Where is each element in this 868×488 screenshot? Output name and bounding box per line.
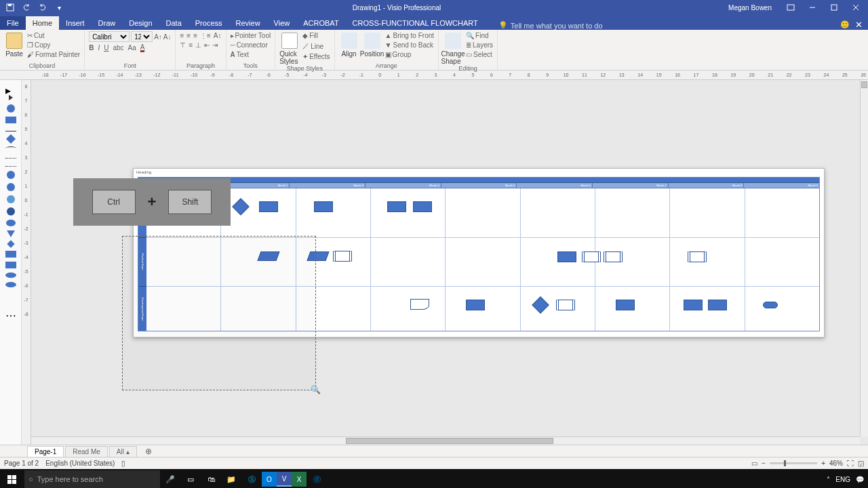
paste-button[interactable]: Paste	[4, 31, 24, 58]
zoom-level[interactable]: 46%	[829, 460, 843, 467]
shape-ellipse2-icon[interactable]	[5, 282, 16, 287]
send-to-back-button[interactable]: ▼ Send to Back	[385, 41, 435, 49]
pointer-tool-button[interactable]: ▸ Pointer Tool	[231, 31, 271, 40]
align-top-icon[interactable]: ⊤	[180, 41, 186, 49]
page-tab-1[interactable]: Page-1	[27, 446, 64, 457]
scrollbar-vertical[interactable]	[860, 80, 868, 436]
fill-button[interactable]: ◆ Fill	[302, 31, 330, 40]
macro-record-icon[interactable]: ▯	[121, 460, 125, 467]
shape-rect-icon[interactable]	[5, 117, 16, 123]
shape-document[interactable]	[410, 299, 429, 310]
increase-font-icon[interactable]: A↑	[154, 31, 162, 42]
bring-to-front-button[interactable]: ▲ Bring to Front	[385, 31, 435, 40]
select-button[interactable]: ▭ Select	[466, 50, 493, 59]
shape-circle3-icon[interactable]	[7, 183, 15, 191]
file-explorer-icon[interactable]: 📁	[221, 469, 241, 488]
shape-process[interactable]	[466, 300, 485, 310]
position-button[interactable]: Position	[362, 31, 382, 58]
tab-review[interactable]: Review	[229, 16, 267, 30]
outlook-icon[interactable]: O	[262, 472, 277, 487]
canvas[interactable]: Heading Title Month 1Month 2Month 3Month…	[31, 80, 868, 445]
strike-button[interactable]: abc	[113, 43, 123, 53]
visio-icon[interactable]: V	[277, 472, 292, 487]
status-language[interactable]: English (United States)	[45, 460, 115, 467]
month-header[interactable]: Month 7	[593, 183, 669, 188]
shape-decision[interactable]	[532, 297, 549, 314]
connector-tool-button[interactable]: ─ Connector	[231, 41, 268, 49]
shape-process[interactable]	[557, 251, 576, 262]
taskbar-search[interactable]: ○ Type here to search	[24, 470, 160, 488]
change-shape-button[interactable]: Change Shape	[443, 31, 463, 65]
line-button[interactable]: ／ Line	[302, 41, 330, 52]
align-right-icon[interactable]: ≡	[193, 31, 197, 40]
shape-end[interactable]	[763, 302, 778, 308]
save-icon[interactable]	[4, 1, 16, 14]
minimize-button[interactable]	[803, 0, 822, 15]
month-header[interactable]: Month 4	[366, 183, 441, 188]
zoom-in-button[interactable]: +	[821, 460, 825, 467]
excel-icon[interactable]: X	[292, 472, 307, 487]
tray-expand-icon[interactable]: ˄	[827, 476, 830, 483]
shape-circle2-icon[interactable]	[7, 171, 15, 179]
shape-process[interactable]	[616, 300, 635, 310]
start-button[interactable]	[0, 469, 23, 488]
shape-curve-icon[interactable]	[5, 146, 16, 150]
shape-circle4-icon[interactable]	[7, 195, 15, 203]
underline-button[interactable]: U	[104, 43, 108, 53]
scrollbar-horizontal[interactable]	[31, 436, 860, 445]
shape-rect2-icon[interactable]	[5, 251, 16, 258]
shape-diamond2-icon[interactable]	[7, 240, 14, 247]
tab-view[interactable]: View	[267, 16, 297, 30]
text-case-button[interactable]: Aa	[128, 43, 136, 53]
fit-page-icon[interactable]: ⛶	[847, 460, 854, 467]
redo-icon[interactable]	[37, 1, 49, 14]
month-header[interactable]: Month 5	[441, 183, 517, 188]
zoom-slider[interactable]	[770, 462, 817, 464]
shape-process[interactable]	[314, 201, 333, 212]
shape-predefined[interactable]	[556, 300, 575, 310]
tab-draw[interactable]: Draw	[92, 16, 123, 30]
shape-line-icon[interactable]	[5, 131, 16, 131]
font-name-select[interactable]: Calibri	[89, 31, 130, 42]
edge-icon[interactable]: ⓔ	[307, 469, 327, 488]
page-tab-readme[interactable]: Read Me	[65, 446, 108, 457]
close-pane-icon[interactable]: ✕	[855, 20, 863, 30]
pan-zoom-icon[interactable]: ◲	[858, 460, 864, 467]
task-view-icon[interactable]: ▭	[180, 469, 201, 488]
format-painter-button[interactable]: 🖌 Format Painter	[27, 50, 80, 59]
store-icon[interactable]: 🛍	[201, 469, 221, 488]
shape-pointer-icon[interactable]	[9, 95, 13, 100]
presentation-mode-icon[interactable]: ▭	[751, 460, 757, 467]
tab-design[interactable]: Design	[122, 16, 159, 30]
user-name[interactable]: Megan Bowen	[728, 4, 772, 12]
font-size-select[interactable]: 12pt	[131, 31, 153, 42]
shape-process[interactable]	[684, 300, 703, 310]
shape-predefined[interactable]	[333, 251, 352, 262]
group-button[interactable]: ▣ Group	[385, 50, 435, 59]
layers-button[interactable]: ≣ Layers	[466, 41, 493, 49]
copy-button[interactable]: ❐ Copy	[27, 41, 80, 49]
font-color-button[interactable]: A	[140, 43, 145, 53]
indent-inc-icon[interactable]: ⇥	[212, 41, 218, 49]
notifications-icon[interactable]: 💬	[856, 476, 864, 483]
quick-styles-button[interactable]: Quick Styles	[279, 31, 300, 65]
cut-button[interactable]: ✂ Cut	[27, 31, 80, 40]
month-header[interactable]: Month 9	[744, 183, 819, 188]
align-middle-icon[interactable]: ≡	[189, 41, 193, 49]
shape-circle5-icon[interactable]	[7, 207, 15, 216]
bullets-icon[interactable]: ⋮≡	[200, 31, 211, 40]
align-center-icon[interactable]: ≡	[186, 31, 191, 40]
shape-diamond-icon[interactable]	[5, 134, 15, 144]
tab-cross-functional-flowchart[interactable]: CROSS-FUNCTIONAL FLOWCHART	[346, 16, 485, 30]
tell-me-search[interactable]: 💡 Tell me what you want to do	[498, 21, 603, 30]
align-bottom-icon[interactable]: ⊥	[195, 41, 201, 49]
shape-predefined[interactable]	[688, 251, 707, 262]
shape-circle-icon[interactable]	[7, 104, 15, 113]
shape-triangle-icon[interactable]	[7, 230, 15, 237]
zoom-out-button[interactable]: −	[762, 460, 766, 467]
decrease-font-icon[interactable]: A↓	[163, 31, 172, 42]
shape-process[interactable]	[259, 201, 278, 212]
indent-dec-icon[interactable]: ⇤	[204, 41, 210, 49]
close-button[interactable]	[846, 0, 865, 15]
effects-button[interactable]: ✦ Effects	[302, 52, 330, 61]
